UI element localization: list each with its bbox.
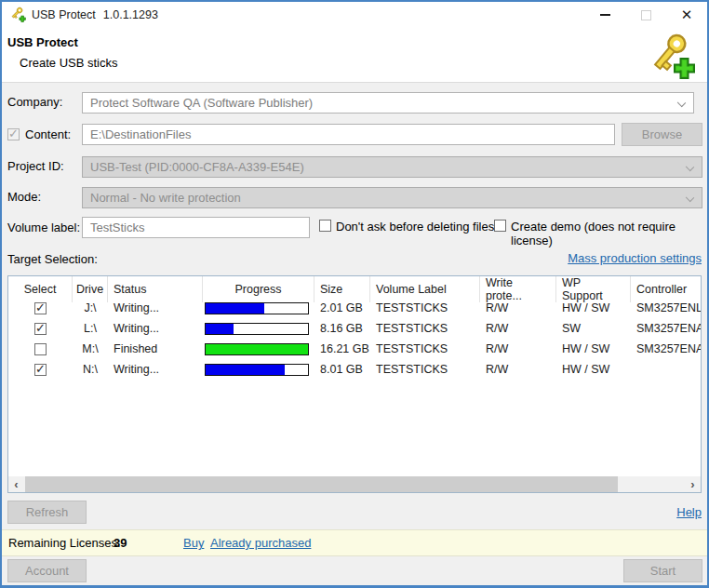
help-link[interactable]: Help (676, 505, 702, 519)
mode-value: Normal - No write protection (90, 191, 241, 205)
wp-support-cell: HW / SW (556, 359, 631, 380)
table-row: M:\ Finished 16.21 GB TESTSTICKS R/W HW … (8, 339, 701, 359)
write-protection-cell: R/W (480, 359, 556, 380)
table-header: Select Drive Status Progress Size Volume… (8, 276, 701, 298)
dont-ask-label: Don't ask before deleting files (336, 220, 494, 234)
controller-cell: SM3257ENAA (631, 339, 701, 359)
dont-ask-checkbox[interactable] (319, 220, 331, 232)
titlebar: USB Protect1.0.1.1293 ✕ (2, 2, 707, 28)
volume-label-cell: TESTSTICKS (370, 359, 480, 380)
drive-cell: M:\ (73, 339, 108, 359)
volume-label-cell: TESTSTICKS (370, 339, 480, 359)
progress-bar (205, 302, 309, 314)
project-id-combobox: USB-Test (PID:0000-CF8A-A339-E54E) (82, 156, 702, 178)
row-select-checkbox[interactable] (34, 302, 47, 314)
table-row: J:\ Writing... 2.01 GB TESTSTICKS R/W HW… (8, 298, 701, 318)
progress-bar (205, 323, 309, 335)
account-button: Account (7, 559, 87, 582)
table-row: N:\ Writing... 8.01 GB TESTSTICKS R/W HW… (8, 359, 701, 380)
row-select-checkbox[interactable] (34, 364, 47, 376)
already-purchased-link[interactable]: Already purchased (210, 536, 311, 550)
mode-combobox: Normal - No write protection (82, 187, 702, 208)
wp-support-cell: SW (556, 318, 631, 339)
status-cell: Writing... (108, 298, 203, 318)
drive-cell: L:\ (73, 318, 108, 339)
page-subtitle: Create USB sticks (20, 56, 117, 70)
write-protection-cell: R/W (480, 318, 556, 339)
remaining-licenses-label: Remaining Licenses: (8, 536, 121, 550)
volume-label-input[interactable]: TestSticks (82, 217, 310, 238)
company-value: Protect Software QA (Software Publisher) (90, 96, 313, 110)
controller-cell: SM3257ENLT (631, 298, 701, 318)
app-icon (10, 7, 26, 22)
mode-label: Mode: (7, 190, 41, 204)
scroll-left-arrow-icon[interactable]: ‹ (8, 476, 24, 492)
progress-bar (205, 364, 309, 376)
start-button: Start (623, 559, 702, 582)
target-selection-label: Target Selection: (7, 252, 98, 266)
company-label: Company: (7, 95, 62, 109)
project-id-value: USB-Test (PID:0000-CF8A-A339-E54E) (90, 160, 304, 174)
content-value: E:\DestinationFiles (90, 127, 191, 141)
volume-label-cell: TESTSTICKS (370, 298, 480, 318)
create-demo-checkbox[interactable] (494, 220, 506, 232)
status-cell: Finished (108, 339, 203, 359)
wp-support-cell: HW / SW (556, 298, 631, 318)
controller-cell (631, 359, 701, 380)
drive-cell: J:\ (73, 298, 108, 318)
maximize-button (625, 2, 666, 28)
target-table: Select Drive Status Progress Size Volume… (7, 275, 702, 493)
status-cell: Writing... (108, 318, 203, 339)
write-protection-cell: R/W (480, 298, 556, 318)
content-label: Content: (25, 127, 71, 141)
refresh-button: Refresh (7, 501, 87, 524)
browse-button: Browse (622, 123, 702, 146)
content-checkbox (7, 128, 20, 140)
maximize-icon (641, 10, 651, 20)
wp-support-cell: HW / SW (556, 339, 631, 359)
drive-cell: N:\ (73, 359, 108, 380)
minimize-icon (600, 14, 610, 16)
size-cell: 8.01 GB (314, 359, 370, 380)
key-plus-icon (649, 33, 695, 79)
write-protection-cell: R/W (480, 339, 556, 359)
close-button[interactable]: ✕ (666, 2, 707, 28)
volume-label-value: TestSticks (90, 220, 145, 234)
volume-label-label: Volume label: (7, 220, 80, 234)
close-icon: ✕ (681, 7, 693, 23)
size-cell: 16.21 GB (314, 339, 370, 359)
size-cell: 2.01 GB (314, 298, 370, 318)
horizontal-scrollbar[interactable]: ‹ › (8, 476, 701, 492)
usb-protect-window: USB Protect1.0.1.1293 ✕ USB Protect Crea… (0, 0, 709, 588)
remaining-licenses-count: 39 (114, 536, 127, 550)
chevron-down-icon (677, 99, 686, 107)
license-bar: Remaining Licenses: 39 Buy Already purch… (2, 529, 707, 556)
create-demo-label: Create demo (does not require license) (511, 220, 707, 247)
content-input[interactable]: E:\DestinationFiles (82, 124, 615, 145)
status-cell: Writing... (108, 359, 203, 380)
size-cell: 8.16 GB (314, 318, 370, 339)
mass-production-settings-link[interactable]: Mass production settings (568, 251, 702, 265)
row-select-checkbox[interactable] (34, 343, 47, 355)
chevron-down-icon (686, 194, 694, 202)
progress-bar (205, 343, 309, 355)
company-combobox[interactable]: Protect Software QA (Software Publisher) (82, 92, 694, 114)
project-id-label: Project ID: (7, 159, 64, 173)
scroll-right-arrow-icon[interactable]: › (685, 476, 701, 492)
minimize-button[interactable] (584, 2, 625, 28)
scrollbar-thumb[interactable] (25, 476, 618, 492)
page-header: USB Protect Create USB sticks (2, 28, 707, 83)
page-title: USB Protect (7, 35, 78, 49)
chevron-down-icon (686, 163, 694, 171)
table-row: L:\ Writing... 8.16 GB TESTSTICKS R/W SW… (8, 318, 701, 339)
buy-link[interactable]: Buy (183, 536, 204, 550)
controller-cell: SM3257ENAA (631, 318, 701, 339)
row-select-checkbox[interactable] (34, 323, 47, 335)
window-title: USB Protect1.0.1.1293 (32, 8, 158, 21)
volume-label-cell: TESTSTICKS (370, 318, 480, 339)
